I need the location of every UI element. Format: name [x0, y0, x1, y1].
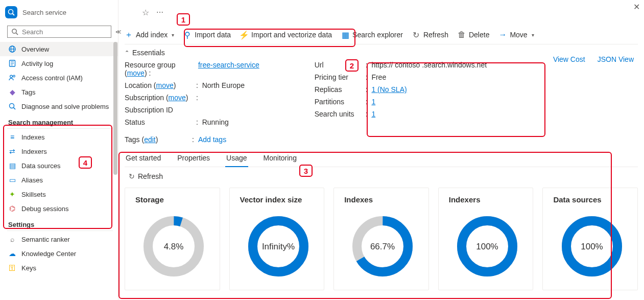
favorite-star-icon[interactable]: ☆ — [142, 8, 149, 17]
command-bar: ＋Add index▾ ⚲Import data ⚡Import and vec… — [125, 19, 638, 44]
sidebar-item-access-control[interactable]: Access control (IAM) — [0, 71, 118, 85]
alias-icon: ▭ — [8, 176, 16, 184]
chevron-up-icon: ⌃ — [125, 50, 129, 56]
tags-label: Tags — [125, 135, 140, 144]
subscription-move-link[interactable]: move — [169, 94, 186, 102]
card-title: Data sources — [553, 195, 630, 204]
refresh-button[interactable]: ↻Refresh — [412, 31, 448, 39]
main-pane: ✕ ☆ ⋯ ＋Add index▾ ⚲Import data ⚡Import a… — [118, 0, 644, 300]
sidebar-item-knowledge-center[interactable]: ☁Knowledge Center — [0, 246, 118, 261]
explorer-icon: ▦ — [341, 31, 349, 39]
card-title: Vector index size — [240, 195, 317, 204]
resource-group-value-link[interactable]: free-search-service — [198, 61, 259, 69]
resource-group-move-link[interactable]: move — [127, 69, 145, 77]
donut-chart: 100% — [449, 208, 526, 285]
close-blade-button[interactable]: ✕ — [633, 2, 640, 12]
json-view-link[interactable]: JSON View — [598, 55, 634, 63]
sidebar-item-label: Diagnose and solve problems — [21, 103, 109, 110]
nav-section-settings: Settings — [7, 216, 113, 231]
move-button[interactable]: →Move▾ — [498, 31, 534, 39]
nav-section-management: Search management — [7, 113, 113, 129]
tags-edit-link[interactable]: edit — [144, 135, 156, 144]
tab-properties[interactable]: Properties — [176, 151, 211, 167]
sidebar-header: Search service — [0, 0, 118, 26]
usage-refresh-button[interactable]: Refresh — [138, 172, 163, 180]
sidebar-item-label: Debug sessions — [21, 205, 69, 213]
donut-percent-label: 66.7% — [370, 242, 395, 251]
sidebar-item-debug-sessions[interactable]: ⌬Debug sessions — [0, 201, 118, 216]
kv-label: Status — [125, 118, 196, 126]
more-icon[interactable]: ⋯ — [156, 8, 163, 16]
search-explorer-button[interactable]: ▦Search explorer — [341, 31, 403, 39]
sidebar-item-tags[interactable]: ◆ Tags — [0, 85, 118, 99]
usage-card-data-sources[interactable]: Data sources 100% — [542, 188, 638, 290]
view-cost-link[interactable]: View Cost — [553, 55, 585, 63]
tab-get-started[interactable]: Get started — [125, 151, 162, 167]
sidebar-item-skillsets[interactable]: ✦Skillsets — [0, 187, 118, 201]
sidebar-item-indexers[interactable]: ⇄Indexers — [0, 144, 118, 158]
delete-button[interactable]: 🗑Delete — [458, 31, 489, 39]
indexers-icon: ⇄ — [8, 147, 16, 155]
kv-label: Location — [125, 81, 152, 89]
sidebar-nav: Overview Activity log Access control (IA… — [0, 42, 118, 300]
sidebar-item-activity-log[interactable]: Activity log — [0, 56, 118, 71]
usage-card-indexes[interactable]: Indexes 66.7% — [333, 188, 429, 290]
indexes-icon: ≡ — [8, 133, 16, 141]
add-tags-link[interactable]: Add tags — [198, 135, 226, 144]
service-logo-icon — [5, 6, 17, 18]
search-icon — [11, 28, 19, 36]
search-units-value-link[interactable]: 1 — [371, 110, 375, 118]
import-data-button[interactable]: ⚲Import data — [183, 31, 231, 39]
sidebar-item-semantic-ranker[interactable]: ⌕Semantic ranker — [0, 232, 118, 246]
sidebar-item-label: Semantic ranker — [21, 236, 70, 243]
partitions-value-link[interactable]: 1 — [371, 98, 375, 106]
cmd-label: Search explorer — [352, 31, 403, 39]
svg-point-11 — [10, 75, 13, 78]
usage-refresh-row: ↻ Refresh — [125, 167, 638, 188]
tab-usage[interactable]: Usage — [225, 151, 248, 167]
donut-percent-label: 100% — [476, 242, 498, 251]
sidebar-search-box[interactable] — [7, 26, 111, 38]
kv-label: Subscription — [125, 94, 164, 102]
sidebar-item-diagnose[interactable]: Diagnose and solve problems — [0, 99, 118, 113]
tier-value: Free — [371, 73, 386, 81]
replicas-value-link[interactable]: 1 (No SLA) — [371, 85, 407, 94]
sidebar-search-input[interactable] — [22, 28, 108, 36]
location-value: North Europe — [202, 81, 245, 89]
usage-card-vector-index-size[interactable]: Vector index size Infinity% — [229, 188, 325, 290]
usage-cards: Storage 4.8% Vector index size Infinity%… — [125, 188, 638, 290]
sidebar-item-label: Skillsets — [21, 191, 46, 198]
refresh-icon: ↻ — [412, 31, 420, 39]
chevron-down-icon: ▾ — [172, 32, 174, 38]
sidebar-item-label: Keys — [21, 264, 36, 272]
donut-percent-label: 4.8% — [164, 242, 184, 251]
scrollbar-thumb[interactable] — [113, 42, 117, 175]
usage-card-storage[interactable]: Storage 4.8% — [125, 188, 220, 290]
kv-label: Partitions — [315, 98, 366, 106]
cmd-label: Move — [510, 31, 527, 39]
tab-monitoring[interactable]: Monitoring — [263, 151, 298, 167]
cmd-label: Add index — [136, 31, 168, 39]
database-icon: ▤ — [8, 161, 16, 170]
header-right-links: View Cost JSON View — [553, 55, 634, 63]
plus-icon: ＋ — [125, 31, 133, 39]
title-row: ☆ ⋯ — [125, 5, 638, 19]
skillset-icon: ✦ — [8, 190, 16, 198]
sidebar-search-row: ≪ — [0, 26, 118, 42]
sidebar-item-indexes[interactable]: ≡Indexes — [0, 130, 118, 144]
log-icon — [8, 59, 16, 67]
sidebar-item-keys[interactable]: ⚿Keys — [0, 261, 118, 275]
import-vectorize-button[interactable]: ⚡Import and vectorize data — [240, 31, 332, 39]
sidebar-item-label: Activity log — [21, 60, 53, 67]
sidebar-item-aliases[interactable]: ▭Aliases — [0, 173, 118, 187]
sidebar-item-data-sources[interactable]: ▤Data sources — [0, 158, 118, 173]
donut-percent-label: 100% — [581, 242, 603, 251]
add-index-button[interactable]: ＋Add index▾ — [125, 31, 174, 39]
sidebar-item-overview[interactable]: Overview — [0, 42, 118, 56]
location-move-link[interactable]: move — [156, 81, 174, 89]
kv-label: Subscription ID — [125, 106, 196, 114]
svg-point-13 — [10, 104, 14, 108]
card-title: Indexes — [344, 195, 421, 204]
sidebar-scrollbar[interactable] — [113, 42, 117, 300]
usage-card-indexers[interactable]: Indexers 100% — [438, 188, 534, 290]
